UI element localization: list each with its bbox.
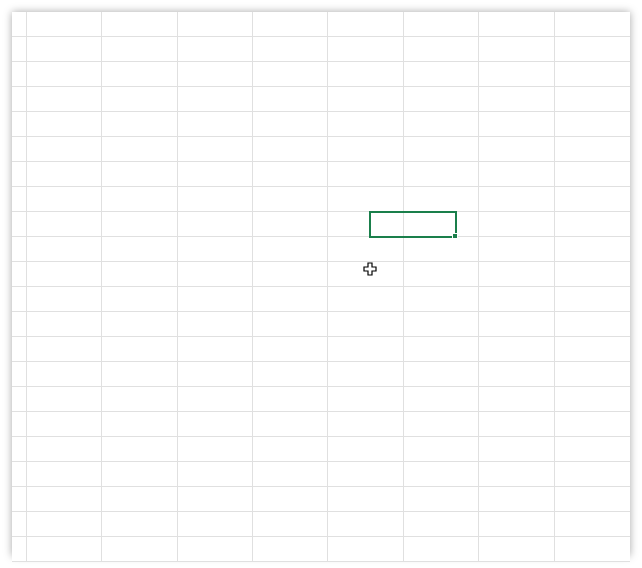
cell[interactable] — [555, 512, 630, 537]
cell[interactable] — [404, 412, 479, 437]
cell[interactable] — [404, 437, 479, 462]
row-stub[interactable] — [12, 412, 27, 437]
cell[interactable] — [253, 212, 328, 237]
cell[interactable] — [328, 262, 403, 287]
cell[interactable] — [178, 412, 253, 437]
cell[interactable] — [404, 387, 479, 412]
cell[interactable] — [555, 62, 630, 87]
cell[interactable] — [27, 337, 102, 362]
cell[interactable] — [27, 112, 102, 137]
cell[interactable] — [479, 362, 554, 387]
cell[interactable] — [102, 62, 177, 87]
cell[interactable] — [479, 312, 554, 337]
cell[interactable] — [178, 462, 253, 487]
cell[interactable] — [178, 187, 253, 212]
cell[interactable] — [27, 37, 102, 62]
cell[interactable] — [479, 437, 554, 462]
cell[interactable] — [102, 87, 177, 112]
cell[interactable] — [178, 137, 253, 162]
cell[interactable] — [253, 112, 328, 137]
row-stub[interactable] — [12, 237, 27, 262]
row-stub[interactable] — [12, 112, 27, 137]
cell[interactable] — [253, 487, 328, 512]
row-stub[interactable] — [12, 87, 27, 112]
cell[interactable] — [27, 312, 102, 337]
cell[interactable] — [479, 462, 554, 487]
cell[interactable] — [253, 337, 328, 362]
cell[interactable] — [555, 362, 630, 387]
cell[interactable] — [253, 312, 328, 337]
cell[interactable] — [178, 487, 253, 512]
cell[interactable] — [178, 112, 253, 137]
cell[interactable] — [102, 362, 177, 387]
cell[interactable] — [555, 212, 630, 237]
cell[interactable] — [328, 137, 403, 162]
cell[interactable] — [555, 262, 630, 287]
cell[interactable] — [253, 187, 328, 212]
cell[interactable] — [27, 537, 102, 562]
row-stub[interactable] — [12, 37, 27, 62]
cell[interactable] — [102, 412, 177, 437]
cell[interactable] — [27, 237, 102, 262]
row-stub[interactable] — [12, 337, 27, 362]
cell[interactable] — [253, 437, 328, 462]
cell[interactable] — [253, 412, 328, 437]
cell[interactable] — [178, 237, 253, 262]
cell[interactable] — [27, 512, 102, 537]
cell[interactable] — [102, 162, 177, 187]
cell[interactable] — [328, 62, 403, 87]
cell[interactable] — [27, 437, 102, 462]
cell[interactable] — [102, 337, 177, 362]
cell[interactable] — [479, 62, 554, 87]
cell[interactable] — [178, 337, 253, 362]
cell[interactable] — [27, 187, 102, 212]
cell[interactable] — [178, 512, 253, 537]
cell[interactable] — [27, 287, 102, 312]
cell[interactable] — [328, 312, 403, 337]
cell[interactable] — [479, 487, 554, 512]
cell[interactable] — [102, 512, 177, 537]
cell[interactable] — [555, 312, 630, 337]
cell[interactable] — [102, 12, 177, 37]
cell[interactable] — [555, 412, 630, 437]
cell[interactable] — [178, 287, 253, 312]
cell[interactable] — [328, 112, 403, 137]
cell[interactable] — [178, 12, 253, 37]
cell[interactable] — [328, 187, 403, 212]
cell[interactable] — [479, 237, 554, 262]
cell[interactable] — [178, 62, 253, 87]
cell[interactable] — [479, 387, 554, 412]
cell[interactable] — [555, 37, 630, 62]
cell[interactable] — [555, 137, 630, 162]
cell[interactable] — [102, 37, 177, 62]
cell[interactable] — [253, 537, 328, 562]
cell[interactable] — [479, 87, 554, 112]
cell[interactable] — [253, 162, 328, 187]
cell[interactable] — [555, 462, 630, 487]
cell[interactable] — [253, 262, 328, 287]
cell[interactable] — [27, 137, 102, 162]
cell[interactable] — [328, 462, 403, 487]
cell[interactable] — [27, 462, 102, 487]
cell[interactable] — [479, 12, 554, 37]
cell[interactable] — [404, 12, 479, 37]
cell[interactable] — [27, 262, 102, 287]
cell[interactable] — [178, 537, 253, 562]
cell[interactable] — [404, 237, 479, 262]
row-stub[interactable] — [12, 62, 27, 87]
cell[interactable] — [479, 337, 554, 362]
cell[interactable] — [328, 387, 403, 412]
fill-handle[interactable] — [452, 233, 458, 239]
row-stub[interactable] — [12, 512, 27, 537]
cell[interactable] — [102, 312, 177, 337]
cell[interactable] — [328, 37, 403, 62]
cell[interactable] — [404, 362, 479, 387]
cell[interactable] — [102, 262, 177, 287]
cell[interactable] — [555, 287, 630, 312]
cell[interactable] — [102, 387, 177, 412]
cell[interactable] — [555, 387, 630, 412]
cell[interactable] — [178, 387, 253, 412]
cell[interactable] — [555, 12, 630, 37]
cell[interactable] — [27, 412, 102, 437]
cell[interactable] — [479, 412, 554, 437]
